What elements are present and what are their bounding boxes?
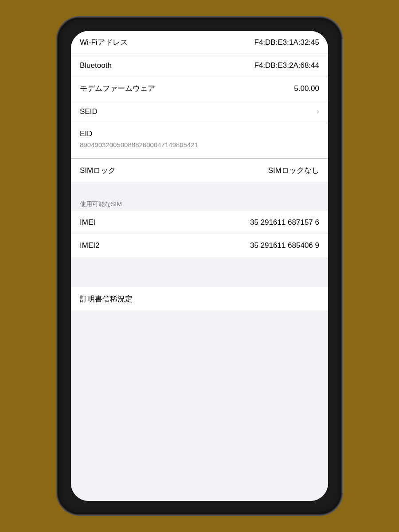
phone-frame: Wi-Fiアドレス F4:DB:E3:1A:32:45 Bluetooth F4… (58, 18, 341, 514)
imei-row: IMEI 35 291611 687157 6 (71, 211, 328, 234)
seid-chevron-group: › (314, 107, 319, 116)
divider-bottom (71, 257, 328, 272)
divider-bottom2 (71, 272, 328, 287)
imei-section: IMEI 35 291611 687157 6 IMEI2 35 291611 … (71, 211, 328, 257)
imei-value: 35 291611 687157 6 (250, 218, 319, 227)
info-section: Wi-Fiアドレス F4:DB:E3:1A:32:45 Bluetooth F4… (71, 31, 328, 182)
sim-section-header: 使用可能なSIM (71, 197, 328, 211)
imei2-value: 35 291611 685406 9 (250, 241, 319, 250)
chevron-right-icon: › (317, 107, 319, 116)
imei2-label: IMEI2 (80, 241, 99, 250)
wifi-address-row: Wi-Fiアドレス F4:DB:E3:1A:32:45 (71, 31, 328, 54)
imei-label: IMEI (80, 218, 95, 227)
sim-lock-row: SIMロック SIMロックなし (71, 159, 328, 182)
imei2-row: IMEI2 35 291611 685406 9 (71, 234, 328, 257)
bottom-section-label: 訂明書信稀況定 (80, 294, 133, 304)
bluetooth-label: Bluetooth (80, 61, 112, 70)
sim-lock-label: SIMロック (80, 165, 116, 176)
settings-list: Wi-Fiアドレス F4:DB:E3:1A:32:45 Bluetooth F4… (71, 31, 328, 501)
eid-label: EID (80, 129, 92, 138)
divider-sim (71, 182, 328, 197)
modem-firmware-row: モデムファームウェア 5.00.00 (71, 77, 328, 100)
modem-firmware-value: 5.00.00 (294, 84, 319, 93)
sim-section-header-text: 使用可能なSIM (80, 200, 122, 207)
eid-value: 89049032005008882600047149805421 (80, 140, 198, 149)
phone-screen: Wi-Fiアドレス F4:DB:E3:1A:32:45 Bluetooth F4… (71, 31, 328, 501)
seid-label: SEID (80, 107, 98, 116)
bottom-label-row: 訂明書信稀況定 (71, 287, 328, 310)
wifi-address-label: Wi-Fiアドレス (80, 37, 128, 47)
wifi-address-value: F4:DB:E3:1A:32:45 (254, 38, 319, 47)
modem-firmware-label: モデムファームウェア (80, 83, 155, 94)
bluetooth-value: F4:DB:E3:2A:68:44 (254, 61, 319, 70)
eid-row: EID 89049032005008882600047149805421 (71, 123, 328, 159)
bottom-section: 訂明書信稀況定 (71, 287, 328, 310)
seid-row[interactable]: SEID › (71, 100, 328, 123)
bluetooth-row: Bluetooth F4:DB:E3:2A:68:44 (71, 54, 328, 77)
sim-lock-value: SIMロックなし (268, 165, 319, 176)
